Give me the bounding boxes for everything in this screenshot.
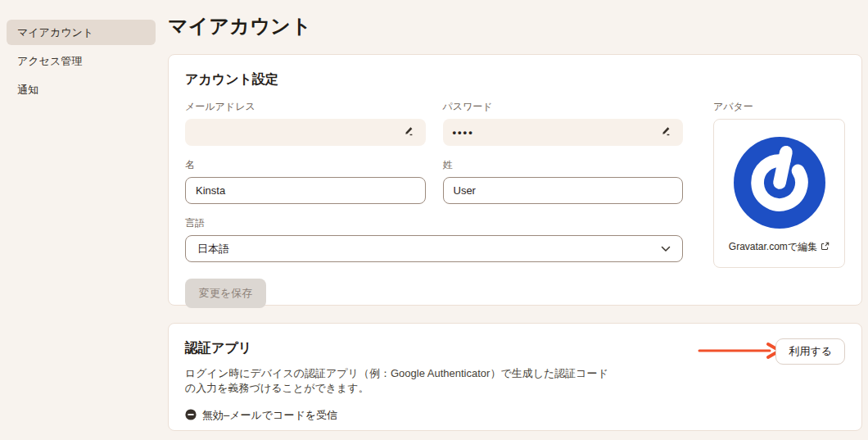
password-label: パスワード [443,100,684,114]
main-content: マイアカウント アカウント設定 メールアドレス [168,13,862,431]
sidebar-item-notifications[interactable]: 通知 [7,77,156,102]
avatar-section: アバター Gravatar.comで編集 [713,100,845,308]
sidebar-item-access-management[interactable]: アクセス管理 [7,48,156,74]
password-edit-button[interactable] [658,124,673,141]
authenticator-description: ログイン時にデバイスの認証アプリ（例：Google Authenticator）… [185,366,611,396]
account-page: { "page": { "title": "マイアカウント" }, "sideb… [0,0,868,440]
language-selected-value: 日本語 [197,242,661,256]
account-form: メールアドレス パスワード • [185,100,683,308]
language-field-group: 言語 日本語 [185,216,683,262]
account-settings-heading: アカウント設定 [185,71,845,88]
email-field[interactable] [185,119,426,146]
page-title: マイアカウント [168,13,862,39]
pencil-icon [403,125,414,139]
authenticator-status-text: 無効–メールでコードを受信 [202,408,337,423]
email-edit-button[interactable] [401,124,416,141]
settings-sidebar: マイアカウント アクセス管理 通知 [7,20,156,106]
gravatar-edit-link[interactable]: Gravatar.comで編集 [729,240,830,254]
first-name-field-group: 名 [185,158,426,204]
last-name-label: 姓 [443,158,684,172]
annotation-arrow-icon [698,342,783,363]
email-field-group: メールアドレス [185,100,426,146]
password-field[interactable]: •••• [443,119,684,146]
gravatar-logo [734,137,825,229]
avatar-card: Gravatar.comで編集 [713,119,845,268]
save-changes-button[interactable]: 変更を保存 [185,279,266,308]
first-name-input[interactable] [185,177,426,204]
pencil-icon [660,125,671,139]
authenticator-status-row: 無効–メールでコードを受信 [185,408,845,423]
avatar-label: アバター [713,100,845,114]
language-select[interactable]: 日本語 [185,235,683,262]
first-name-label: 名 [185,158,426,172]
account-settings-card: アカウント設定 メールアドレス [168,54,862,306]
last-name-field-group: 姓 [443,158,684,204]
email-label: メールアドレス [185,100,426,114]
password-field-group: パスワード •••• [443,100,684,146]
authenticator-card: 認証アプリ ログイン時にデバイスの認証アプリ（例：Google Authenti… [168,323,862,431]
last-name-input[interactable] [443,177,684,204]
language-label: 言語 [185,216,683,230]
minus-circle-icon [185,409,197,423]
external-link-icon [821,242,830,253]
password-masked-value: •••• [453,126,659,138]
sidebar-item-my-account[interactable]: マイアカウント [7,20,156,45]
gravatar-link-label: Gravatar.comで編集 [729,240,817,254]
chevron-down-icon [661,243,671,255]
enable-authenticator-button[interactable]: 利用する [775,338,845,365]
